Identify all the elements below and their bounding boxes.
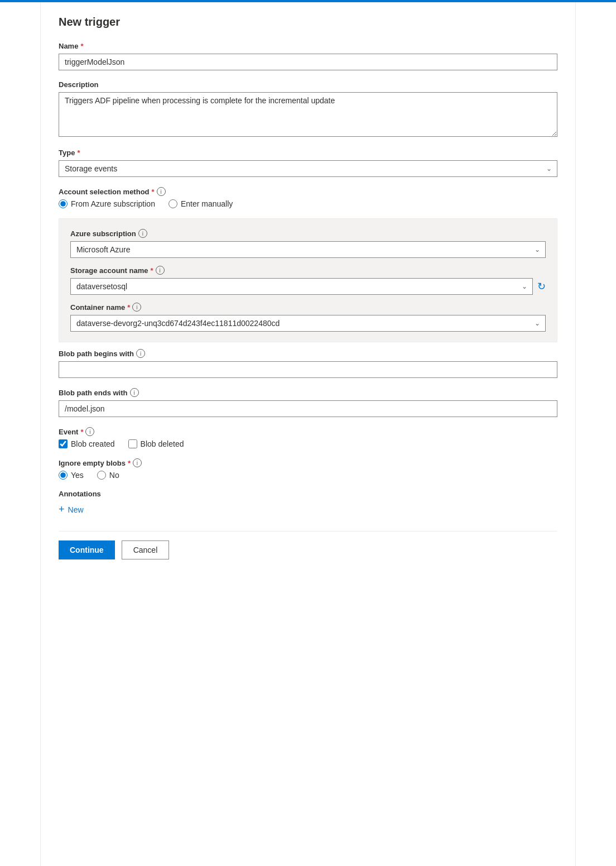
azure-subscription-info-icon[interactable]: i xyxy=(138,229,147,238)
blob-path-begins-label: Blob path begins with i xyxy=(59,349,557,358)
storage-account-select[interactable]: dataversetosql xyxy=(70,278,533,295)
ignore-empty-blobs-yes-option[interactable]: Yes xyxy=(59,471,84,480)
storage-account-select-wrapper: dataversetosql ⌄ xyxy=(70,278,533,295)
azure-subscription-select-wrapper: Microsoft Azure ⌄ xyxy=(70,241,546,258)
description-input[interactable] xyxy=(59,92,557,137)
ignore-empty-blobs-radio-group: Yes No xyxy=(59,471,557,480)
radio-option-from-azure[interactable]: From Azure subscription xyxy=(59,199,155,208)
add-annotation-button[interactable]: + New xyxy=(59,501,84,518)
type-field-group: Type * Storage events Schedule Tumbling … xyxy=(59,149,557,177)
event-field-group: Event * i Blob created Blob deleted xyxy=(59,427,557,448)
blob-deleted-checkbox[interactable] xyxy=(128,439,137,448)
account-selection-method-group: Account selection method * i From Azure … xyxy=(59,187,557,208)
container-name-group: Container name * i dataverse-devorg2-unq… xyxy=(70,303,546,332)
account-selection-info-icon[interactable]: i xyxy=(157,187,166,196)
blob-path-ends-info-icon[interactable]: i xyxy=(130,388,139,397)
container-name-label: Container name * i xyxy=(70,303,546,312)
blob-created-label: Blob created xyxy=(71,439,115,448)
blob-path-begins-info-icon[interactable]: i xyxy=(136,349,145,358)
annotations-label: Annotations xyxy=(59,490,557,498)
radio-enter-manually[interactable] xyxy=(169,199,177,208)
container-name-select-wrapper: dataverse-devorg2-unq3cd674d243f4ec11811… xyxy=(70,315,546,332)
ignore-empty-blobs-info-icon[interactable]: i xyxy=(133,458,142,467)
type-select[interactable]: Storage events Schedule Tumbling window xyxy=(59,160,557,177)
container-name-info-icon[interactable]: i xyxy=(132,303,141,312)
panel-title: New trigger xyxy=(59,16,557,28)
account-selection-radio-group: From Azure subscription Enter manually xyxy=(59,199,557,208)
blob-created-option[interactable]: Blob created xyxy=(59,439,115,448)
type-label: Type * xyxy=(59,149,557,157)
storage-account-required-star: * xyxy=(150,266,153,275)
cancel-button[interactable]: Cancel xyxy=(122,540,170,559)
storage-account-info-icon[interactable]: i xyxy=(156,266,165,275)
subscription-sub-section: Azure subscription i Microsoft Azure ⌄ S… xyxy=(59,218,557,342)
ignore-empty-blobs-group: Ignore empty blobs * i Yes No xyxy=(59,458,557,480)
azure-subscription-select[interactable]: Microsoft Azure xyxy=(70,241,546,258)
ignore-empty-blobs-yes-label: Yes xyxy=(71,471,84,480)
storage-account-refresh-icon[interactable]: ↻ xyxy=(537,280,546,293)
ignore-empty-blobs-required-star: * xyxy=(128,459,131,467)
plus-icon: + xyxy=(59,504,65,515)
footer-buttons: Continue Cancel xyxy=(59,531,557,559)
ignore-empty-blobs-no-label: No xyxy=(109,471,119,480)
name-input[interactable]: triggerModelJson xyxy=(59,54,557,70)
account-selection-label: Account selection method * i xyxy=(59,187,557,196)
blob-path-ends-group: Blob path ends with i /model.json xyxy=(59,388,557,417)
azure-subscription-label: Azure subscription i xyxy=(70,229,546,238)
panel-container: New trigger Name * triggerModelJson Desc… xyxy=(40,2,576,866)
ignore-empty-blobs-no-option[interactable]: No xyxy=(97,471,119,480)
account-selection-required-star: * xyxy=(152,188,155,196)
annotations-section: Annotations + New xyxy=(59,490,557,518)
storage-account-name-group: Storage account name * i dataversetosql … xyxy=(70,266,546,295)
blob-path-ends-input[interactable]: /model.json xyxy=(59,400,557,417)
radio-from-azure[interactable] xyxy=(59,199,68,208)
ignore-empty-blobs-label: Ignore empty blobs * i xyxy=(59,458,557,467)
blob-path-ends-label: Blob path ends with i xyxy=(59,388,557,397)
continue-button[interactable]: Continue xyxy=(59,540,115,559)
type-required-star: * xyxy=(77,149,80,157)
ignore-empty-blobs-yes-radio[interactable] xyxy=(59,471,68,480)
blob-path-begins-input[interactable] xyxy=(59,361,557,378)
blob-deleted-option[interactable]: Blob deleted xyxy=(128,439,184,448)
radio-enter-manually-label: Enter manually xyxy=(181,199,233,208)
name-field-group: Name * triggerModelJson xyxy=(59,42,557,70)
blob-deleted-label: Blob deleted xyxy=(141,439,184,448)
type-select-wrapper: Storage events Schedule Tumbling window … xyxy=(59,160,557,177)
name-required-star: * xyxy=(80,42,83,50)
container-name-select[interactable]: dataverse-devorg2-unq3cd674d243f4ec11811… xyxy=(70,315,546,332)
add-annotation-label: New xyxy=(68,505,84,514)
radio-from-azure-label: From Azure subscription xyxy=(71,199,155,208)
name-label: Name * xyxy=(59,42,557,50)
radio-option-enter-manually[interactable]: Enter manually xyxy=(169,199,233,208)
storage-account-label: Storage account name * i xyxy=(70,266,546,275)
blob-path-begins-group: Blob path begins with i xyxy=(59,349,557,378)
description-field-group: Description xyxy=(59,80,557,138)
container-name-required-star: * xyxy=(127,303,130,312)
event-required-star: * xyxy=(80,428,83,436)
event-info-icon[interactable]: i xyxy=(85,427,94,436)
event-checkbox-group: Blob created Blob deleted xyxy=(59,439,557,448)
blob-created-checkbox[interactable] xyxy=(59,439,68,448)
storage-account-select-row: dataversetosql ⌄ ↻ xyxy=(70,278,546,295)
event-label: Event * i xyxy=(59,427,557,436)
description-label: Description xyxy=(59,80,557,89)
ignore-empty-blobs-no-radio[interactable] xyxy=(97,471,106,480)
azure-subscription-group: Azure subscription i Microsoft Azure ⌄ xyxy=(70,229,546,258)
